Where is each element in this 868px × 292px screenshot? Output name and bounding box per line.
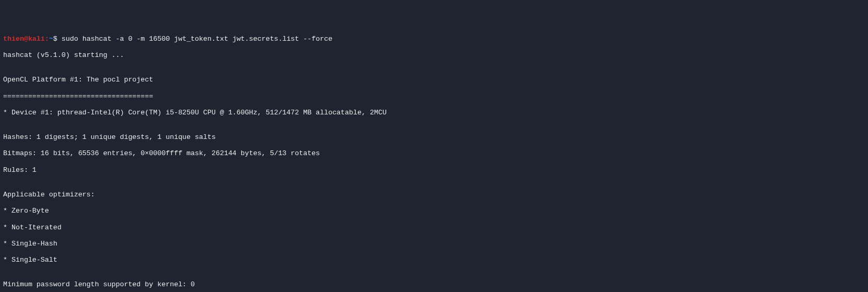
prompt-line[interactable]: thien@kali:~$ sudo hashcat -a 0 -m 16500… <box>3 35 865 43</box>
out-starting: hashcat (v5.1.0) starting ... <box>3 51 865 60</box>
out-hashes: Hashes: 1 digests; 1 unique digests, 1 u… <box>3 133 865 142</box>
typed-command: sudo hashcat -a 0 -m 16500 jwt_token.txt… <box>62 35 333 43</box>
out-eqline: ==================================== <box>3 92 865 101</box>
out-opt3: * Single-Hash <box>3 240 865 248</box>
out-minpw: Minimum password length supported by ker… <box>3 281 865 289</box>
out-bitmaps: Bitmaps: 16 bits, 65536 entries, 0×0000f… <box>3 149 865 158</box>
out-opt4: * Single-Salt <box>3 256 865 264</box>
prompt-host: kali <box>28 35 45 43</box>
out-device: * Device #1: pthread-Intel(R) Core(TM) i… <box>3 109 865 117</box>
prompt-dollar: $ <box>53 35 62 43</box>
prompt-user: thien <box>3 35 24 43</box>
prompt-path: ~ <box>49 35 53 43</box>
out-opt-header: Applicable optimizers: <box>3 191 865 199</box>
prompt-at: @ <box>24 35 28 43</box>
out-rules: Rules: 1 <box>3 166 865 174</box>
prompt-sep: : <box>45 35 49 43</box>
out-opt1: * Zero-Byte <box>3 207 865 215</box>
out-platform: OpenCL Platform #1: The pocl project <box>3 76 865 84</box>
out-opt2: * Not-Iterated <box>3 224 865 232</box>
